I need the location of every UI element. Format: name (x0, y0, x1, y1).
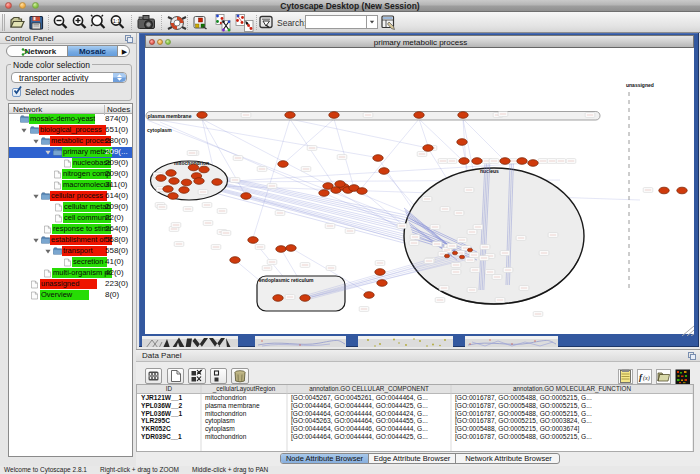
svg-text:[GO:0044464, GO:0044444, GO:00: [GO:0044464, GO:0044444, GO:0044425, G..… (291, 433, 428, 441)
svg-text:annotation.GO MOLECULAR_FUNCTI: annotation.GO MOLECULAR_FUNCTION (513, 385, 631, 393)
svg-text:YLR295C: YLR295C (141, 417, 170, 424)
svg-text:YPL036W__1: YPL036W__1 (141, 410, 182, 417)
svg-text:mitochondrion: mitochondrion (205, 433, 247, 440)
svg-text:1:1: 1:1 (113, 18, 121, 24)
svg-text:ID: ID (166, 385, 173, 392)
svg-text:endoplasmic reticulum: endoplasmic reticulum (259, 277, 314, 283)
svg-text:cytoplasm: cytoplasm (147, 127, 172, 133)
svg-text:YPL036W__2: YPL036W__2 (141, 402, 182, 409)
svg-text:Search:: Search: (277, 18, 306, 28)
svg-text:YJR121W__1: YJR121W__1 (141, 394, 182, 401)
svg-text:[GO:0016787, GO:0005488, GO:00: [GO:0016787, GO:0005488, GO:0005215, G..… (455, 433, 592, 441)
svg-text:(x): (x) (643, 375, 650, 382)
svg-text:YDR039C__1: YDR039C__1 (141, 433, 182, 440)
svg-text:_cellularLayoutRegion: _cellularLayoutRegion (212, 385, 276, 393)
svg-text:YKR052C: YKR052C (141, 425, 171, 432)
svg-text:unassigned: unassigned (626, 82, 654, 88)
svg-text:mitochondrion: mitochondrion (205, 394, 247, 401)
svg-text:mitochondrion: mitochondrion (205, 410, 247, 417)
svg-text:annotation.GO CELLULAR_COMPONE: annotation.GO CELLULAR_COMPONENT (309, 385, 429, 393)
svg-text:plasma membrane: plasma membrane (148, 113, 192, 119)
